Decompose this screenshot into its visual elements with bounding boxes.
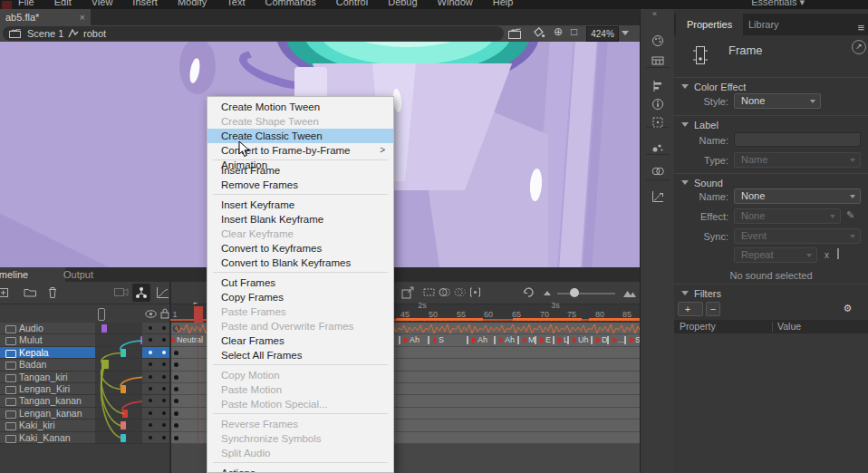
menubar-item-edit[interactable]: Edit [54,0,72,7]
layer-toggles-lengan-kiri[interactable] [142,383,170,395]
loop-range-icon[interactable] [423,286,435,298]
parenting-view-button[interactable] [132,284,150,302]
timeline-zoom-knob[interactable] [570,288,579,297]
parent-cell-mulut[interactable] [95,334,142,346]
label-name-input[interactable] [734,132,861,147]
layer-row-tangan-kanan[interactable]: Tangan_kanan [0,395,95,407]
collapse-panels-icon[interactable]: « [652,9,657,18]
menu-item-select-all-frames[interactable]: Select All Frames [207,348,393,362]
menu-item-insert-keyframe[interactable]: Insert Keyframe [207,198,393,212]
menu-item-actions[interactable]: Actions [207,466,393,473]
lock-icon[interactable] [160,308,169,319]
menubar-item-commands[interactable]: Commands [265,0,315,7]
visibility-dot[interactable] [149,326,152,330]
zoom-out-frames-icon[interactable] [544,291,551,295]
layer-row-mulut[interactable]: Mulut [0,334,95,346]
menu-item-remove-frames[interactable]: Remove Frames [207,178,393,192]
parent-cell-lengan-kiri[interactable] [95,383,142,395]
menu-item-convert-to-blank-keyframes[interactable]: Convert to Blank Keyframes [207,256,393,270]
add-filter-button[interactable]: + [678,302,703,316]
visibility-dot[interactable] [149,362,152,366]
lock-dot[interactable] [162,411,166,415]
layer-toggles-audio[interactable] [142,323,170,334]
reset-timeline-zoom-icon[interactable] [522,286,535,299]
section-color-effect[interactable]: Color Effect [681,82,746,92]
layer-toggles-kaki-kanan[interactable] [142,432,170,444]
menu-item-cut-frames[interactable]: Cut Frames [207,275,393,290]
menu-item-copy-frames[interactable]: Copy Frames [207,290,393,304]
transform-icon[interactable] [651,116,664,129]
layer-toggles-mulut[interactable] [142,334,170,346]
props-grid-icon[interactable] [651,54,664,67]
pencil-icon[interactable]: ✎ [846,209,854,221]
layer-row-lengan-kiri[interactable]: Lengan_Kiri [0,383,95,395]
info-icon[interactable] [651,98,664,111]
menubar-item-view[interactable]: View [92,0,113,7]
menu-item-clear-frames[interactable]: Clear Frames [207,333,393,348]
layer-row-kaki-kanan[interactable]: Kaki_Kanan [0,432,95,444]
delete-layer-icon[interactable] [47,286,58,299]
close-icon[interactable]: × [80,9,85,25]
visibility-dot[interactable] [149,351,152,354]
menu-item-convert-to-keyframes[interactable]: Convert to Keyframes [207,241,393,256]
menubar-item-help[interactable]: Help [493,0,514,7]
visibility-dot[interactable] [149,399,152,402]
visibility-dot[interactable] [149,423,152,427]
parent-cell-kepala[interactable] [95,347,142,359]
menu-item-create-classic-tween[interactable]: Create Classic Tween [207,129,393,143]
new-folder-icon[interactable] [24,286,37,298]
section-filters[interactable]: Filters [681,288,721,299]
timeline-divider[interactable] [169,282,171,473]
visibility-dot[interactable] [149,387,152,391]
visibility-dot[interactable] [149,375,152,379]
section-label[interactable]: Label [681,120,719,130]
filter-options-button[interactable]: ⚙ [837,302,863,316]
snap-center-icon[interactable]: ⊕ [554,26,563,38]
zoom-dropdown-caret[interactable] [622,31,629,35]
graph-editor-icon[interactable] [156,286,169,299]
workspace-switcher[interactable]: Essentials ▾ [751,0,805,8]
sound-name-dropdown[interactable]: None [734,188,861,204]
edit-symbols-icon[interactable] [508,28,523,39]
layer-row-badan[interactable]: Badan [0,359,95,371]
parent-cell-tangan-kiri[interactable] [95,372,142,383]
layer-row-lengan-kanan[interactable]: Lengan_kanan [0,408,95,420]
menubar-item-file[interactable]: File [18,0,34,7]
breadcrumb-scene[interactable]: Scene 1 [27,28,63,39]
remove-filter-button[interactable]: − [706,302,720,316]
creative-cloud-icon[interactable] [651,165,664,178]
menubar-item-insert[interactable]: Insert [132,0,158,7]
motion-graph-icon[interactable] [651,190,664,203]
panel-menu-icon[interactable]: ≡ [857,21,864,34]
menubar-item-debug[interactable]: Debug [388,0,417,7]
swap-symbol-icon[interactable]: ↗ [852,40,866,54]
menubar-item-window[interactable]: Window [438,0,473,7]
layer-row-kepala[interactable]: Kepala [0,347,95,359]
menubar-item-control[interactable]: Control [336,0,368,7]
zoom-in-frames-icon[interactable] [623,287,637,298]
brush-icon[interactable] [651,141,664,154]
lock-dot[interactable] [162,351,166,354]
eye-icon[interactable] [145,310,157,318]
edit-multiple-frames-icon[interactable] [469,286,481,298]
export-frame-icon[interactable] [401,286,415,299]
lock-dot[interactable] [162,436,166,439]
menubar-item-text[interactable]: Text [227,0,245,7]
layer-row-tangan-kiri[interactable]: Tangan_kiri [0,372,95,383]
menu-item-create-motion-tween[interactable]: Create Motion Tween [207,100,393,114]
tab-properties[interactable]: Properties [676,14,743,35]
parent-cell-badan[interactable] [95,359,142,371]
lock-dot[interactable] [162,399,166,402]
menubar-item-modify[interactable]: Modify [178,0,207,7]
playhead[interactable] [194,306,203,323]
menu-item-insert-blank-keyframe[interactable]: Insert Blank Keyframe [207,212,393,227]
visibility-dot[interactable] [149,411,152,415]
parent-cell-audio[interactable] [95,323,142,334]
menu-item-insert-frame[interactable]: Insert Frame [207,163,393,178]
parent-cell-kaki-kiri[interactable] [95,420,142,431]
visibility-dot[interactable] [149,436,152,439]
menu-item-convert-to-frame-by-frame-animation[interactable]: Convert to Frame-by-Frame Animation> [207,143,393,158]
document-tab[interactable]: ab5.fla* × [0,9,91,25]
onion-outline-icon[interactable] [454,286,466,298]
repeat-stepper[interactable] [837,248,839,259]
